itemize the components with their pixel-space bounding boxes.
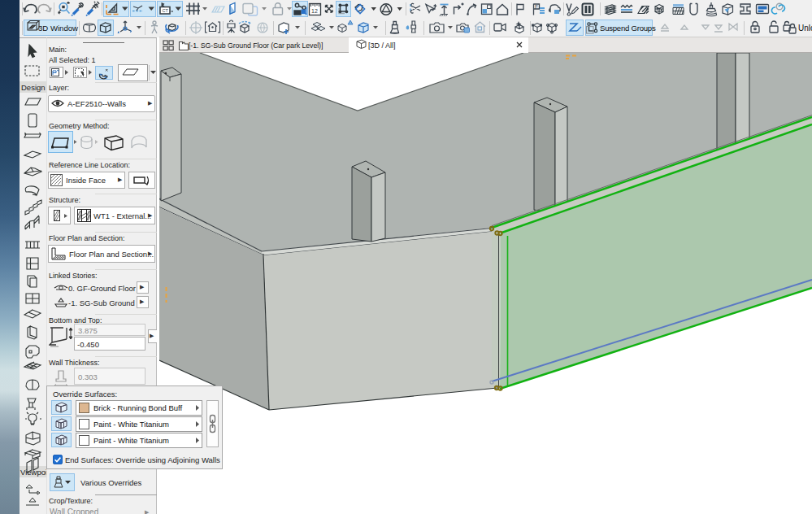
svg-text:F: F	[535, 4, 538, 10]
svg-text:[-1. SG-Sub Ground Floor (Car: [-1. SG-Sub Ground Floor (Car park Level…	[189, 41, 323, 50]
svg-text:[3D / All]: [3D / All]	[368, 41, 396, 50]
svg-text:Suspend Groups: Suspend Groups	[600, 24, 656, 33]
svg-text:Paint - White Titanium: Paint - White Titanium	[93, 436, 169, 445]
svg-text:12: 12	[311, 8, 318, 14]
svg-text:Paint - White Titanium: Paint - White Titanium	[93, 420, 169, 429]
svg-text:Brick - Running Bond Buff: Brick - Running Bond Buff	[93, 403, 182, 412]
svg-text:Design: Design	[21, 83, 46, 92]
svg-text:CT: CT	[163, 8, 169, 13]
svg-text:Unloc: Unloc	[798, 24, 812, 33]
svg-text:3D Window: 3D Window	[38, 24, 78, 33]
